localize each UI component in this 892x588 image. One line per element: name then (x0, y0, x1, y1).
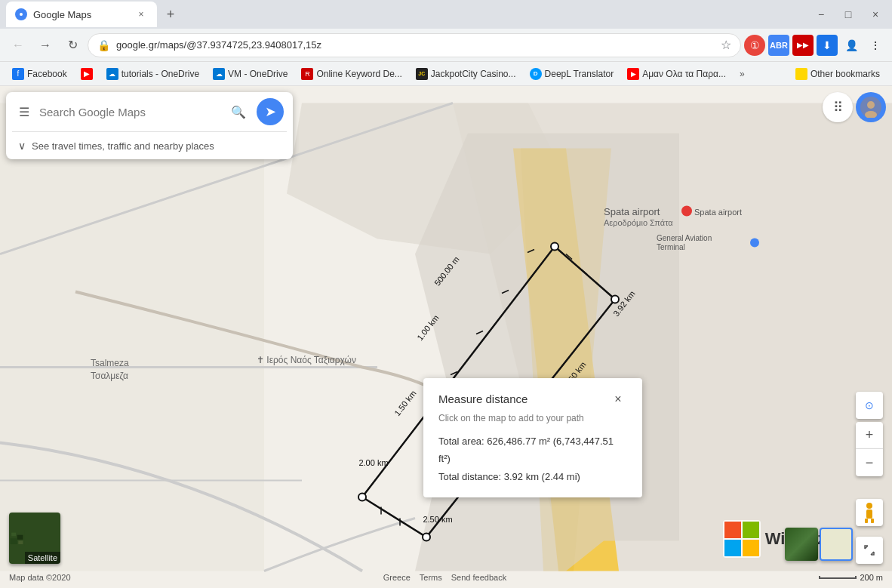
map-type-controls (785, 528, 853, 561)
search-row: ☰ 🔍 ➤ (6, 92, 293, 131)
bookmark-youtube[interactable]: ▶ (75, 66, 99, 82)
hamburger-menu-button[interactable]: ☰ (15, 103, 33, 121)
jackpot-icon: JC (416, 68, 428, 80)
bookmark-facebook-label: Facebook (27, 69, 67, 79)
svg-text:Tsalmeza: Tsalmeza (91, 358, 129, 368)
map-controls: ⊙ + − (856, 392, 883, 476)
zoom-in-button[interactable]: + (856, 422, 883, 449)
bookmark-deepl[interactable]: D DeepL Translator (524, 66, 620, 82)
map-container[interactable]: Tsalmeza Τσαλμεζα ✝ Ιερός Ναός Ταξιαρχών… (0, 86, 892, 588)
svg-text:Spata airport: Spata airport (604, 206, 660, 217)
satellite-thumbnail[interactable]: Satellite (9, 513, 60, 564)
svg-marker-8 (415, 134, 679, 571)
search-input[interactable] (39, 106, 220, 119)
minimize-button[interactable]: − (810, 4, 832, 25)
svg-point-14 (611, 296, 619, 303)
bookmark-aman[interactable]: ▶ Αμαν Ολα τα Παρα... (621, 66, 732, 82)
svg-text:2.00 km: 2.00 km (358, 458, 388, 467)
svg-rect-65 (18, 540, 23, 544)
media-icon[interactable]: ▶▶ (792, 35, 814, 56)
scale-label: 200 m (860, 573, 883, 582)
send-feedback-link[interactable]: Send feedback (451, 573, 506, 582)
deepl-icon: D (530, 68, 542, 80)
bookmark-jackpot[interactable]: JC JackpotCity Casino... (410, 66, 522, 82)
onedrive-icon-2: ☁ (213, 68, 225, 80)
total-distance-label: Total distance: (438, 471, 501, 482)
maximize-button[interactable]: □ (838, 4, 859, 25)
svg-text:2.50 km: 2.50 km (423, 515, 452, 524)
tab-title: Google Maps (33, 9, 91, 20)
url-bar[interactable]: 🔒 google.gr/maps/@37.9374725,23.9408017,… (88, 33, 741, 57)
satellite-label: Satellite (25, 552, 60, 564)
bookmark-facebook[interactable]: f Facebook (6, 66, 73, 82)
svg-point-26 (750, 239, 759, 248)
reload-button[interactable]: ↻ (60, 33, 85, 57)
bookmark-jackpot-label: JackpotCity Casino... (431, 69, 516, 79)
svg-text:Τσαλμεζα: Τσαλμεζα (91, 371, 128, 381)
keyword-icon: R (301, 68, 313, 80)
travel-times-label: See travel times, traffic and nearby pla… (32, 140, 214, 152)
url-text: google.gr/maps/@37.9374725,23.9408017,15… (116, 39, 715, 51)
other-bookmarks[interactable]: Other bookmarks (789, 66, 886, 82)
forward-button[interactable]: → (33, 33, 57, 57)
back-button[interactable]: ← (6, 33, 30, 57)
svg-rect-56 (743, 540, 759, 556)
active-tab[interactable]: Google Maps × (6, 2, 157, 27)
search-button[interactable]: 🔍 (226, 100, 251, 124)
travel-times-row[interactable]: ∨ See travel times, traffic and nearby p… (6, 132, 293, 159)
account-icon[interactable]: ① (744, 35, 765, 56)
download-icon[interactable]: ⬇ (817, 35, 838, 56)
new-tab-button[interactable]: + (160, 4, 181, 25)
other-bookmarks-label: Other bookmarks (810, 69, 880, 79)
close-button[interactable]: × (865, 4, 886, 25)
tab-favicon (15, 8, 27, 20)
svg-rect-62 (11, 533, 16, 537)
locate-button[interactable]: ⊙ (856, 392, 883, 419)
extensions-icon[interactable]: ABR (768, 35, 789, 56)
measure-popup: Measure distance × Click on the map to a… (423, 378, 642, 497)
svg-rect-55 (724, 540, 741, 556)
svg-rect-53 (724, 522, 741, 538)
bottom-bar: Map data ©2020 Greece Terms Send feedbac… (0, 567, 892, 588)
map-svg: Tsalmeza Τσαλμεζα ✝ Ιερός Ναός Ταξιαρχών… (0, 86, 892, 588)
google-apps-button[interactable]: ⠿ (823, 92, 853, 122)
profile-icon[interactable]: 👤 (841, 35, 862, 56)
bookmark-star-icon[interactable]: ☆ (721, 38, 731, 52)
bookmark-keyword[interactable]: R Online Keyword De... (295, 66, 408, 82)
svg-rect-60 (871, 519, 874, 523)
winbuzzer-icon (723, 520, 761, 558)
address-bar: ← → ↻ 🔒 google.gr/maps/@37.9374725,23.94… (0, 29, 892, 62)
svg-rect-58 (866, 509, 872, 519)
map-view-button[interactable] (820, 528, 853, 561)
bookmark-deepl-label: DeepL Translator (545, 69, 614, 79)
browser-frame: Google Maps × + − □ × ← → ↻ 🔒 google.gr/… (0, 0, 892, 588)
directions-button[interactable]: ➤ (257, 98, 284, 125)
svg-text:✝ Ιερός Ναός Ταξιαρχών: ✝ Ιερός Ναός Ταξιαρχών (257, 355, 356, 365)
youtube-icon-2: ▶ (627, 68, 639, 80)
google-profile-button[interactable] (856, 92, 886, 122)
chevron-down-icon: ∨ (18, 140, 26, 152)
bookmark-aman-label: Αμαν Ολα τα Παρα... (642, 69, 726, 79)
bookmarks-overflow-btn[interactable]: » (734, 67, 751, 81)
map-data-label: Map data ©2020 (9, 573, 71, 582)
scale-line (819, 576, 857, 579)
bookmark-onedrive-tutorials[interactable]: ☁ tutorials - OneDrive (100, 66, 205, 82)
onedrive-icon-1: ☁ (106, 68, 118, 80)
bookmark-vm-onedrive[interactable]: ☁ VM - OneDrive (207, 66, 294, 82)
satellite-thumb-inner: Satellite (9, 513, 60, 564)
measure-close-button[interactable]: × (609, 390, 627, 408)
title-bar-controls: − □ × (810, 4, 886, 25)
svg-point-16 (358, 494, 366, 501)
pegman-button[interactable] (856, 499, 883, 526)
address-bar-icons: ① ABR ▶▶ ⬇ 👤 ⋮ (744, 35, 886, 56)
zoom-out-button[interactable]: − (856, 449, 883, 476)
terms-link[interactable]: Terms (420, 573, 442, 582)
satellite-view-button[interactable] (785, 528, 818, 561)
measure-data: Total area: 626,486.77 m² (6,743,447.51 … (438, 433, 627, 485)
tab-close-button[interactable]: × (134, 8, 148, 21)
map-expand-button[interactable] (856, 537, 883, 564)
menu-icon[interactable]: ⋮ (865, 35, 886, 56)
title-bar: Google Maps × + − □ × (0, 0, 892, 29)
facebook-icon: f (12, 68, 24, 80)
svg-point-22 (681, 206, 692, 217)
